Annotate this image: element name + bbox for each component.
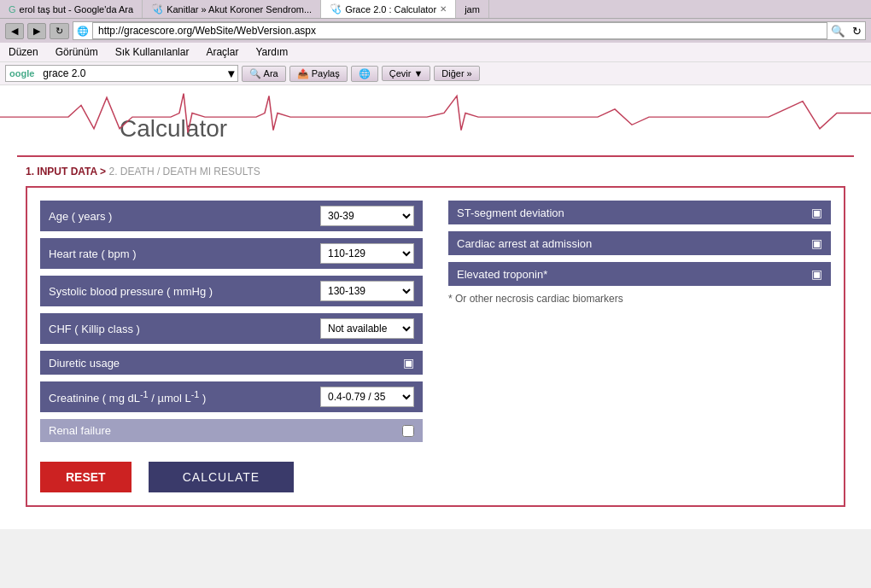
creatinine-select[interactable]: 0.4-0.79 / 35 0-0.39 / 0-34 0.8-1.19 / 7…	[320, 387, 414, 407]
diuretic-row: Diuretic usage ▣	[40, 351, 423, 375]
sbp-select[interactable]: 130-139 < 80 80-99 100-119 120-129 140-1…	[320, 281, 414, 301]
chf-select[interactable]: Not available No CHF Rales and/or JVD Pu…	[320, 318, 414, 339]
tab-kanitlar[interactable]: 🩺 Kanitlar » Akut Koroner Sendrom...	[143, 0, 321, 18]
st-segment-row: ST-segment deviation ▣	[448, 201, 831, 224]
chf-label: CHF ( Killip class )	[49, 323, 320, 335]
page-header: Calculator	[0, 85, 871, 157]
menu-yardim[interactable]: Yardım	[250, 44, 293, 60]
tab-grace[interactable]: 🩺 Grace 2.0 : Calculator ✕	[321, 0, 456, 18]
troponin-icon[interactable]: ▣	[811, 267, 822, 281]
renal-failure-row: Renal failure	[40, 419, 423, 442]
chf-row: CHF ( Killip class ) Not available No CH…	[40, 313, 423, 344]
tab-bar: G erol taş but - Google'da Ara 🩺 Kanitla…	[0, 0, 871, 19]
diuretic-icon[interactable]: ▣	[403, 356, 414, 370]
refresh-button[interactable]: ↻	[50, 23, 69, 39]
address-bar: ◀ ▶ ↻ 🌐 🔍 ↻	[0, 19, 871, 43]
creatinine-row: Creatinine ( mg dL-1 / µmol L-1 ) 0.4-0.…	[40, 381, 423, 412]
right-column: ST-segment deviation ▣ Cardiac arrest at…	[448, 201, 831, 449]
translate-icon-btn[interactable]: 🌐	[351, 66, 378, 82]
cardiac-arrest-label: Cardiac arrest at admission	[457, 237, 811, 250]
menu-araclar[interactable]: Araçlar	[201, 44, 243, 60]
address-input[interactable]	[92, 22, 827, 39]
reset-button[interactable]: RESET	[40, 462, 132, 492]
cardiac-arrest-icon[interactable]: ▣	[811, 236, 822, 250]
search-submit-button[interactable]: ▼	[225, 67, 237, 80]
back-button[interactable]: ◀	[5, 23, 24, 39]
search-icon: 🔍	[249, 68, 261, 79]
st-segment-label: ST-segment deviation	[457, 207, 811, 219]
cardiac-arrest-row: Cardiac arrest at admission ▣	[448, 231, 831, 255]
breadcrumb-inactive: 2. DEATH / DEATH MI RESULTS	[108, 166, 260, 178]
heart-rate-select[interactable]: 110-129 < 50 50-69 70-89 90-109 130-149 …	[320, 243, 414, 264]
calculator-container: Age ( years ) 30-39 < 30 40-49 50-59 60-…	[26, 186, 845, 507]
troponin-label: Elevated troponin*	[457, 268, 811, 281]
renal-failure-label: Renal failure	[49, 424, 402, 437]
search-button[interactable]: 🔍	[827, 23, 849, 39]
form-grid: Age ( years ) 30-39 < 30 40-49 50-59 60-…	[40, 201, 831, 449]
calculate-button[interactable]: CALCULATE	[149, 462, 294, 492]
heart-rate-row: Heart rate ( bpm ) 110-129 < 50 50-69 70…	[40, 238, 423, 269]
age-label: Age ( years )	[49, 210, 320, 223]
browser-chrome: G erol taş but - Google'da Ara 🩺 Kanitla…	[0, 0, 871, 85]
search-input[interactable]	[38, 66, 225, 81]
menu-sik[interactable]: Sık Kullanılanlar	[110, 44, 195, 60]
renal-failure-checkbox[interactable]	[402, 425, 414, 437]
menu-duzen[interactable]: Düzen	[3, 44, 44, 60]
age-select[interactable]: 30-39 < 30 40-49 50-59 60-69 70-79 80-89…	[320, 206, 414, 226]
paylas-button[interactable]: 📤 Paylaş	[289, 66, 348, 82]
header-divider	[17, 155, 854, 157]
google-icon: oogle	[6, 67, 38, 80]
share-icon: 📤	[297, 68, 309, 79]
diuretic-label: Diuretic usage	[49, 357, 403, 370]
creatinine-label: Creatinine ( mg dL-1 / µmol L-1 )	[49, 389, 320, 405]
age-row: Age ( years ) 30-39 < 30 40-49 50-59 60-…	[40, 201, 423, 231]
ara-button[interactable]: 🔍 Ara	[242, 66, 286, 82]
menu-gorunum[interactable]: Görünüm	[50, 44, 103, 60]
cevir-button[interactable]: Çevir ▼	[382, 66, 431, 81]
st-segment-icon[interactable]: ▣	[811, 206, 822, 219]
page-content: Calculator 1. INPUT DATA > 2. DEATH / DE…	[0, 85, 871, 529]
refresh-button2[interactable]: ↻	[849, 23, 865, 39]
heart-rate-label: Heart rate ( bpm )	[49, 247, 320, 260]
footnote: * Or other necrosis cardiac biomarkers	[448, 293, 831, 305]
forward-button[interactable]: ▶	[27, 23, 46, 39]
translate-icon: 🌐	[359, 68, 371, 79]
button-row: RESET CALCULATE	[40, 462, 831, 492]
tab-jam[interactable]: jam	[456, 0, 489, 18]
menu-bar: Düzen Görünüm Sık Kullanılanlar Araçlar …	[0, 43, 871, 62]
favicon-icon: 🌐	[73, 26, 92, 37]
troponin-row: Elevated troponin* ▣	[448, 262, 831, 286]
diger-button[interactable]: Diğer »	[434, 66, 479, 81]
left-column: Age ( years ) 30-39 < 30 40-49 50-59 60-…	[40, 201, 423, 449]
tab-google[interactable]: G erol taş but - Google'da Ara	[0, 0, 143, 18]
ecg-decoration	[0, 90, 871, 137]
breadcrumb: 1. INPUT DATA > 2. DEATH / DEATH MI RESU…	[0, 157, 871, 186]
breadcrumb-active: 1. INPUT DATA >	[26, 166, 106, 178]
sbp-label: Systolic blood pressure ( mmHg )	[49, 285, 320, 298]
sbp-row: Systolic blood pressure ( mmHg ) 130-139…	[40, 276, 423, 306]
toolbar: oogle ▼ 🔍 Ara 📤 Paylaş 🌐 Çevir ▼ Diğer »	[0, 62, 871, 85]
tab-close-icon[interactable]: ✕	[440, 4, 447, 14]
